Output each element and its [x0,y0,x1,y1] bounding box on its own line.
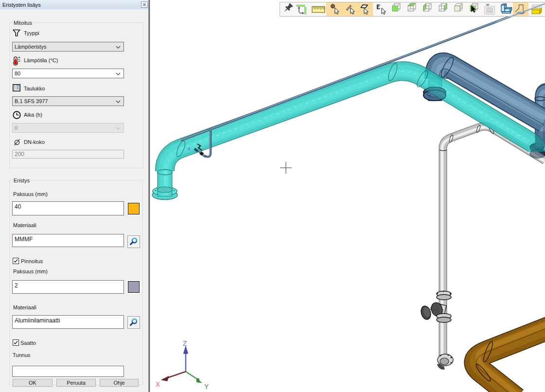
svg-text:Z: Z [183,339,187,347]
svg-text:X: X [156,380,160,388]
svg-text:Y: Y [204,383,209,391]
